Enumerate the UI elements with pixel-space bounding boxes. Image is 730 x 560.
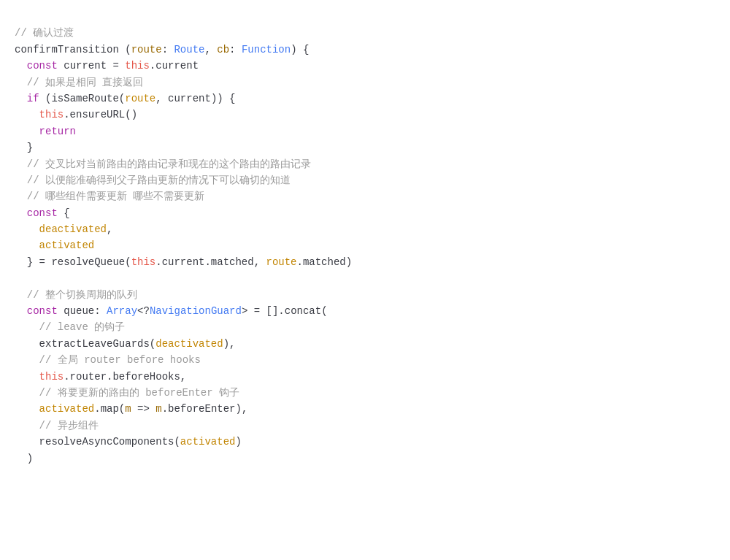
code-token: // 如果是相同 直接返回 — [15, 77, 143, 88]
code-token: => — [131, 403, 156, 415]
code-token: } = resolveQueue( — [15, 256, 131, 268]
code-token: .ensureURL() — [64, 109, 137, 120]
code-token: Route — [174, 44, 204, 55]
code-token: ) { — [291, 44, 309, 55]
code-line: // 交叉比对当前路由的路由记录和现在的这个路由的路由记录 — [15, 156, 715, 172]
code-token — [15, 223, 39, 235]
code-token: Array — [107, 305, 137, 317]
code-token: : — [162, 44, 174, 55]
code-token — [15, 126, 39, 137]
code-token: .current — [150, 60, 199, 72]
code-token: const — [27, 305, 58, 317]
code-token: Function — [242, 44, 291, 55]
code-token: this — [131, 256, 156, 268]
code-token: activated — [39, 403, 95, 415]
code-token: > = [].concat( — [242, 305, 328, 317]
code-line: // 以便能准确得到父子路由更新的情况下可以确切的知道 — [15, 172, 715, 188]
code-token: this — [39, 371, 64, 383]
code-line: activated — [15, 237, 715, 253]
code-line: // 全局 router before hooks — [15, 352, 715, 368]
code-token: extractLeaveGuards( — [15, 338, 155, 350]
code-token: deactivated — [155, 338, 223, 350]
code-line: if (isSameRoute(route, current)) { — [15, 91, 715, 107]
code-line: const current = this.current — [15, 58, 715, 74]
code-block: // 确认过渡confirmTransition (route: Route, … — [0, 0, 730, 560]
code-token: cb — [217, 44, 229, 55]
code-token — [15, 207, 27, 219]
code-token: // leave 的钩子 — [15, 321, 125, 333]
code-token: route — [125, 93, 155, 104]
code-token: confirmTransition ( — [15, 44, 131, 55]
code-line: this.router.beforeHooks, — [15, 369, 715, 385]
code-line: const { — [15, 205, 715, 221]
code-token: ) — [15, 453, 33, 464]
code-token: NavigationGuard — [150, 305, 242, 317]
code-token: .router.beforeHooks, — [64, 371, 186, 383]
code-token: , current)) { — [155, 93, 235, 104]
code-line: // leave 的钩子 — [15, 319, 715, 335]
code-token: : — [94, 305, 107, 317]
code-token: activated — [39, 239, 95, 251]
code-token: ), — [223, 338, 236, 350]
code-line — [15, 270, 715, 286]
code-token — [15, 371, 39, 383]
code-token: .matched) — [297, 256, 353, 268]
code-line: } — [15, 139, 715, 156]
code-line: const queue: Array<?NavigationGuard> = [… — [15, 303, 715, 319]
code-token: // 确认过渡 — [15, 27, 74, 39]
code-token: current = — [58, 60, 125, 72]
code-line: return — [15, 123, 715, 139]
code-token: const — [27, 207, 58, 219]
code-line: resolveAsyncComponents(activated) — [15, 434, 715, 450]
code-token: .map( — [94, 403, 125, 415]
code-token: route — [131, 44, 162, 55]
code-token: , — [204, 44, 217, 55]
code-token: // 全局 router before hooks — [15, 354, 201, 366]
code-line: // 将要更新的路由的 beforeEnter 钩子 — [15, 385, 715, 401]
code-token: // 交叉比对当前路由的路由记录和现在的这个路由的路由记录 — [15, 158, 311, 170]
code-token: .beforeEnter), — [162, 403, 248, 415]
code-line: // 确认过渡 — [15, 25, 715, 41]
code-token: this — [125, 60, 150, 72]
code-token — [15, 403, 39, 415]
code-line: // 异步组件 — [15, 418, 715, 434]
code-token: .current.matched, — [155, 256, 266, 268]
code-line: // 整个切换周期的队列 — [15, 287, 715, 303]
code-token — [58, 305, 64, 317]
code-token: m — [125, 403, 131, 415]
code-line: // 如果是相同 直接返回 — [15, 74, 715, 91]
code-token: return — [39, 126, 76, 137]
code-token: // 将要更新的路由的 beforeEnter 钩子 — [15, 387, 239, 399]
code-token: ) — [235, 436, 241, 448]
code-line: activated.map(m => m.beforeEnter), — [15, 401, 715, 417]
code-token — [15, 109, 39, 120]
code-line: // 哪些组件需要更新 哪些不需要更新 — [15, 188, 715, 204]
code-line: ) — [15, 450, 715, 467]
code-token: m — [155, 403, 161, 415]
code-token — [15, 239, 39, 251]
code-token: (isSameRoute( — [39, 93, 126, 104]
code-line: this.ensureURL() — [15, 107, 715, 123]
code-token: { — [58, 207, 70, 219]
code-token: } — [15, 142, 33, 153]
code-token — [15, 60, 27, 72]
code-token — [15, 93, 27, 104]
code-token: // 整个切换周期的队列 — [15, 289, 137, 301]
code-token: , — [107, 223, 112, 235]
code-token: // 以便能准确得到父子路由更新的情况下可以确切的知道 — [15, 174, 291, 186]
code-token: resolveAsyncComponents( — [15, 436, 180, 448]
code-token: // 异步组件 — [15, 420, 99, 431]
code-token: <? — [137, 305, 150, 317]
code-token: : — [229, 44, 242, 55]
code-token: // 哪些组件需要更新 哪些不需要更新 — [15, 191, 204, 202]
code-token: deactivated — [39, 223, 107, 235]
code-token: this — [39, 109, 64, 120]
code-token: activated — [180, 436, 236, 448]
code-token — [15, 305, 27, 317]
code-line: } = resolveQueue(this.current.matched, r… — [15, 254, 715, 270]
code-line: confirmTransition (route: Route, cb: Fun… — [15, 42, 715, 58]
code-token: route — [266, 256, 296, 268]
code-line: extractLeaveGuards(deactivated), — [15, 336, 715, 352]
code-line: deactivated, — [15, 221, 715, 237]
code-token: if — [27, 93, 39, 104]
